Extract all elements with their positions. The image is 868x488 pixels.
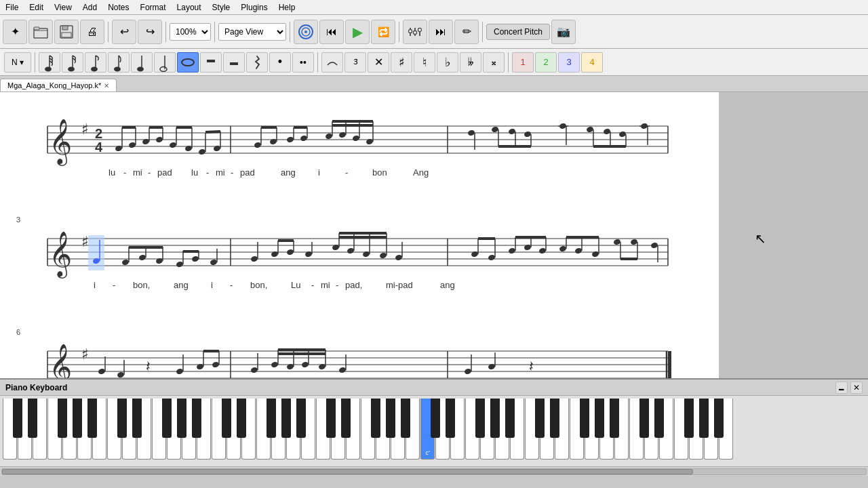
menu-add[interactable]: Add	[77, 1, 102, 14]
duration-8th[interactable]	[108, 52, 130, 73]
black-key-c1#[interactable]	[13, 399, 22, 438]
voice2-button[interactable]: 2	[535, 52, 557, 73]
screenshot-button[interactable]: 📷	[551, 20, 576, 44]
note-input-button[interactable]: N ▾	[4, 52, 31, 73]
view-mode-select[interactable]: Page View Continuous View Single Page	[218, 23, 286, 41]
rest-quarter[interactable]	[246, 52, 268, 73]
black-key-c4#[interactable]	[326, 399, 336, 438]
tab-bar: Mga_Alaga_Kong_Hayop.k* ✕	[0, 76, 868, 92]
svg-point-118	[121, 259, 130, 266]
double-flat-button[interactable]: 𝄫	[460, 52, 481, 73]
black-key-g6#[interactable]	[595, 399, 604, 438]
scroll-thumb[interactable]	[2, 469, 693, 474]
black-key-a2#[interactable]	[192, 399, 201, 438]
black-key-d3#[interactable]	[237, 399, 246, 438]
black-key-d5#[interactable]	[446, 399, 455, 438]
svg-point-23	[137, 66, 144, 71]
menu-help[interactable]: Help	[273, 1, 301, 14]
black-key-c7#[interactable]	[639, 399, 649, 438]
black-key-g3#[interactable]	[281, 399, 291, 438]
black-key-f3#[interactable]	[267, 399, 276, 438]
zoom-select[interactable]: 100% 75% 150%	[170, 23, 211, 41]
black-key-f7#[interactable]	[684, 399, 694, 438]
black-key-f2#[interactable]	[162, 399, 172, 438]
concert-pitch-button[interactable]: Concert Pitch	[486, 24, 550, 40]
mixer-button[interactable]	[403, 20, 427, 44]
edit-mode-button[interactable]: ✏	[454, 20, 479, 44]
black-key-d2#[interactable]	[132, 399, 142, 438]
score-tab[interactable]: Mga_Alaga_Kong_Hayop.k* ✕	[0, 79, 117, 92]
double-dot-button[interactable]: ••	[292, 52, 314, 73]
play-button[interactable]: ▶	[345, 20, 370, 44]
menu-format[interactable]: Format	[135, 1, 172, 14]
black-key-g2#[interactable]	[177, 399, 186, 438]
menu-layout[interactable]: Layout	[172, 1, 207, 14]
black-key-c3#[interactable]	[222, 399, 231, 438]
black-key-c6#[interactable]	[535, 399, 545, 438]
black-key-a3#[interactable]	[296, 399, 306, 438]
black-key-a5#[interactable]	[505, 399, 515, 438]
duration-32nd[interactable]	[62, 52, 83, 73]
black-key-d1#[interactable]	[28, 399, 37, 438]
loop-button[interactable]: 🔁	[371, 20, 395, 44]
black-key-a6#[interactable]	[610, 399, 619, 438]
flat-button[interactable]: ♭	[437, 52, 458, 73]
menu-style[interactable]: Style	[207, 1, 236, 14]
voice1-button[interactable]: 1	[512, 52, 534, 73]
playback-button[interactable]: ⏭	[429, 20, 453, 44]
black-key-d7#[interactable]	[654, 399, 664, 438]
duration-quarter[interactable]	[131, 52, 153, 73]
black-key-g7#[interactable]	[699, 399, 709, 438]
black-key-g1#[interactable]	[73, 399, 82, 438]
black-key-d6#[interactable]	[550, 399, 559, 438]
tuner-button[interactable]	[294, 20, 318, 44]
redo-button[interactable]: ↪	[138, 20, 162, 44]
duration-half[interactable]	[154, 52, 176, 73]
open-button[interactable]	[28, 20, 53, 44]
piano-minimize-button[interactable]: 🗕	[835, 382, 848, 394]
scroll-track[interactable]	[1, 468, 867, 475]
print-button[interactable]: 🖨	[80, 20, 104, 44]
black-key-a1#[interactable]	[87, 399, 97, 438]
undo-button[interactable]: ↩	[112, 20, 136, 44]
black-key-f5#[interactable]	[475, 399, 485, 438]
black-key-d4#[interactable]	[341, 399, 351, 438]
dot-button[interactable]: •	[269, 52, 291, 73]
save-button[interactable]	[54, 20, 79, 44]
black-key-c5#[interactable]	[431, 399, 440, 438]
black-key-g4#[interactable]	[386, 399, 395, 438]
black-key-f6#[interactable]	[580, 399, 589, 438]
double-sharp-button[interactable]: 𝄪	[483, 52, 505, 73]
flip-button[interactable]: ✕	[368, 52, 389, 73]
black-key-a4#[interactable]	[401, 399, 410, 438]
black-key-f1#[interactable]	[58, 399, 67, 438]
rest-half[interactable]	[223, 52, 245, 73]
new-button[interactable]: ✦	[3, 20, 27, 44]
duration-whole[interactable]	[177, 52, 199, 73]
svg-text:𝄽: 𝄽	[146, 361, 150, 371]
black-key-g5#[interactable]	[490, 399, 500, 438]
sharp-button[interactable]: ♯	[391, 52, 412, 73]
duration-64th[interactable]	[39, 52, 60, 73]
menu-file[interactable]: File	[0, 1, 24, 14]
menu-view[interactable]: View	[49, 1, 77, 14]
voice3-button[interactable]: 3	[558, 52, 580, 73]
tie-button[interactable]	[321, 52, 343, 73]
menu-edit[interactable]: Edit	[24, 1, 49, 14]
black-key-c2#[interactable]	[117, 399, 127, 438]
black-key-f4#[interactable]	[371, 399, 380, 438]
rest-whole[interactable]	[200, 52, 222, 73]
natural-button[interactable]: ♮	[414, 52, 435, 73]
duration-16th[interactable]	[85, 52, 106, 73]
bottom-scrollbar[interactable]	[0, 466, 868, 476]
rewind-button[interactable]: ⏮	[319, 20, 344, 44]
black-key-a7#[interactable]	[714, 399, 724, 438]
tab-close-button[interactable]: ✕	[104, 82, 109, 89]
menu-notes[interactable]: Notes	[102, 1, 134, 14]
voice4-button[interactable]: 4	[581, 52, 603, 73]
piano-close-button[interactable]: ✕	[850, 382, 863, 394]
svg-point-127	[191, 256, 199, 262]
tuplet-button[interactable]: 3̈	[344, 52, 366, 73]
piano-header: Piano Keyboard 🗕 ✕	[0, 380, 868, 396]
menu-plugins[interactable]: Plugins	[235, 1, 273, 14]
